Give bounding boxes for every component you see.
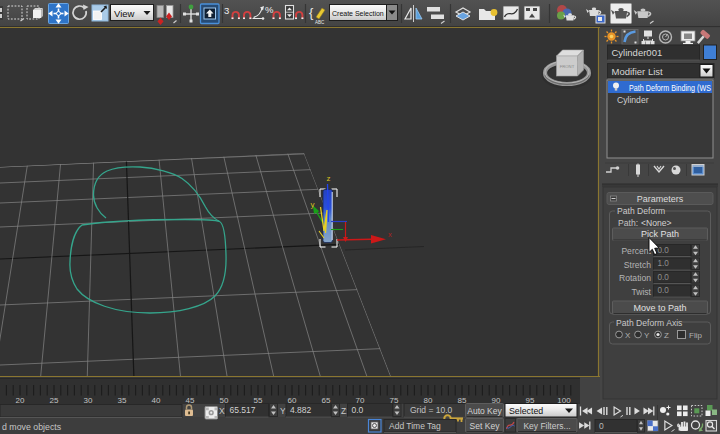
svg-text:Stretch: Stretch [624, 260, 651, 270]
svg-text:30: 30 [84, 396, 93, 405]
svg-text:0.0: 0.0 [658, 246, 670, 255]
svg-text:<None>: <None> [641, 218, 672, 228]
svg-text:Parameters: Parameters [637, 194, 684, 204]
svg-text:Path Deform Axis: Path Deform Axis [616, 318, 682, 328]
svg-text:Cylinder001: Cylinder001 [612, 47, 663, 58]
svg-text:0: 0 [599, 421, 604, 431]
svg-text:X: X [625, 331, 631, 340]
svg-text:0.0: 0.0 [352, 405, 364, 415]
svg-text:40: 40 [152, 396, 161, 405]
svg-text:Selected: Selected [509, 406, 543, 416]
svg-text:Set Key: Set Key [470, 421, 501, 431]
svg-text:Rotation: Rotation [619, 273, 651, 283]
svg-text:25: 25 [50, 396, 59, 405]
svg-text:Path Deform: Path Deform [617, 206, 665, 216]
svg-text:Auto Key: Auto Key [467, 406, 502, 416]
svg-text:Move to Path: Move to Path [633, 303, 686, 313]
svg-text:Percent: Percent [621, 246, 651, 256]
svg-text:ABC: ABC [315, 20, 325, 25]
svg-text:3: 3 [224, 5, 229, 16]
svg-text:45: 45 [186, 396, 195, 405]
svg-text:Flip: Flip [689, 331, 702, 340]
svg-text:0.0: 0.0 [658, 273, 670, 282]
svg-text:Pick Path: Pick Path [641, 229, 679, 239]
svg-text:{: { [309, 5, 314, 20]
svg-text:Create Selection Se: Create Selection Se [332, 10, 394, 17]
svg-text:Add Time Tag: Add Time Tag [389, 421, 441, 431]
svg-text:View: View [114, 8, 135, 19]
svg-text:Path Deform Binding (WS: Path Deform Binding (WS [629, 83, 711, 93]
svg-text:20: 20 [16, 396, 25, 405]
svg-text:1.0: 1.0 [658, 259, 670, 268]
svg-text:y: y [311, 200, 315, 209]
svg-text:d move objects: d move objects [2, 422, 62, 432]
svg-text:0.0: 0.0 [658, 286, 670, 295]
svg-text:Twist: Twist [631, 287, 651, 297]
svg-text:%: % [265, 4, 274, 15]
svg-text:Grid = 10.0: Grid = 10.0 [410, 405, 453, 415]
svg-text:z: z [327, 174, 331, 183]
svg-text:Y: Y [644, 331, 650, 340]
svg-text:x: x [388, 230, 392, 239]
svg-text:Modifier List: Modifier List [612, 66, 664, 77]
svg-text:65.517: 65.517 [230, 405, 256, 415]
svg-text:Key Filters...: Key Filters... [523, 421, 570, 431]
svg-text:FRONT: FRONT [560, 64, 575, 69]
svg-text:4.882: 4.882 [290, 405, 312, 415]
svg-text:Cylinder: Cylinder [617, 95, 649, 105]
svg-text:35: 35 [118, 396, 127, 405]
svg-text:Z: Z [664, 331, 669, 340]
svg-text:Path:: Path: [618, 218, 638, 228]
